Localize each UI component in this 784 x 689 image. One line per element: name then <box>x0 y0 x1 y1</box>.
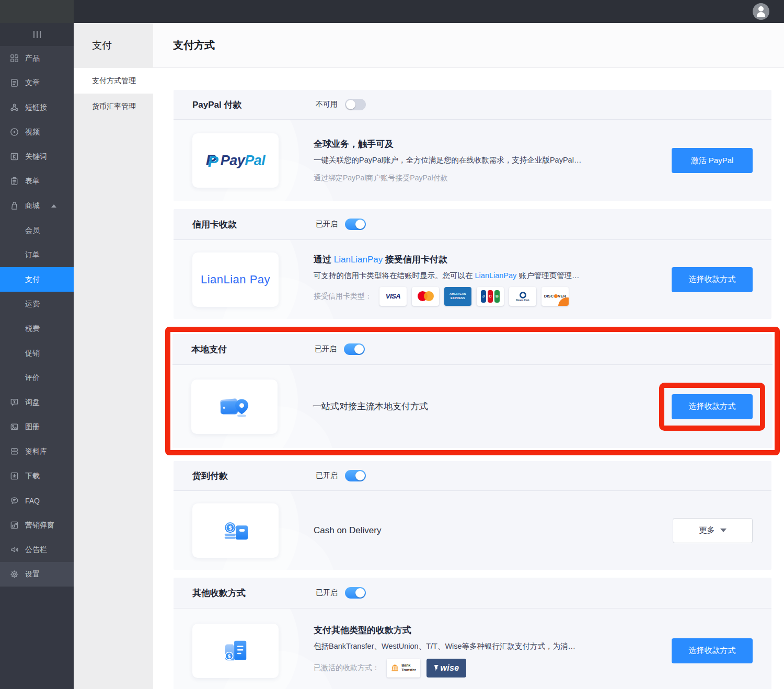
sidebar-item-articles[interactable]: 文章 <box>0 71 74 95</box>
faq-bubble-icon <box>9 496 19 506</box>
subnav-currency-rates[interactable]: 货币汇率管理 <box>74 94 153 119</box>
logo-area <box>0 0 74 23</box>
sidebar-item-albums[interactable]: 图册 <box>0 415 74 439</box>
page-title: 支付方式 <box>173 38 215 52</box>
sidebar-item-reviews[interactable]: 评价 <box>0 365 74 390</box>
primary-sidebar: 产品 文章 短链接 视频 关键词 表单 <box>0 23 74 689</box>
image-icon <box>9 422 19 432</box>
section-cod: 货到付款 已开启 <box>174 461 771 570</box>
svg-text:$: $ <box>227 653 231 659</box>
svg-text:$: $ <box>228 524 232 531</box>
download-icon <box>9 471 19 481</box>
user-avatar-icon <box>758 6 764 12</box>
lianlianpay-logo-card: LianLian Pay <box>192 252 279 307</box>
more-button[interactable]: 更多 <box>673 518 753 543</box>
section-paypal: PayPal 付款 不可用 PP PayPal 全球业务，触手可及 <box>174 90 771 201</box>
section-title: 本地支付 <box>191 343 315 355</box>
secondary-sidebar: 支付 支付方式管理 货币汇率管理 <box>74 23 153 689</box>
status-label: 已开启 <box>316 220 338 229</box>
section-other-methods: 其他收款方式 已开启 <box>174 578 771 689</box>
section-local-payment: 本地支付 已开启 <box>172 334 773 448</box>
app-window: 产品 文章 短链接 视频 关键词 表单 <box>0 0 784 689</box>
local-payment-title: 一站式对接主流本地支付方式 <box>313 400 659 412</box>
sidebar-item-downloads[interactable]: 下载 <box>0 464 74 488</box>
subnav-payment-methods[interactable]: 支付方式管理 <box>74 68 153 94</box>
accept-types-label: 接受信用卡类型： <box>314 292 372 301</box>
paypal-card-desc: 一键关联您的PayPal账户，全方位满足您的在线收款需求，支持企业版PayPal… <box>314 155 672 165</box>
choose-credit-method-button[interactable]: 选择收款方式 <box>672 267 753 292</box>
section-title: 信用卡收款 <box>192 219 316 231</box>
section-credit-card: 信用卡收款 已开启 LianLian Pay 通过 LianLianPay 接受… <box>174 209 771 319</box>
chevron-up-icon <box>51 204 56 208</box>
section-title: 其他收款方式 <box>192 587 316 599</box>
section-title: PayPal 付款 <box>192 99 316 111</box>
wallet-document-icon: $ <box>221 637 250 665</box>
amex-icon: AMERICAN EXPRESS <box>444 287 471 306</box>
lianlianpay-link[interactable]: LianLianPay <box>475 271 517 280</box>
status-label: 已开启 <box>316 588 338 598</box>
sidebar-item-faq[interactable]: FAQ <box>0 488 74 513</box>
credit-card-desc: 可支持的信用卡类型将在结账时显示。您可以在 LianLianPay 账户管理页管… <box>314 271 672 281</box>
sidebar-item-inquiries[interactable]: 询盘 <box>0 390 74 415</box>
sidebar-item-orders[interactable]: 订单 <box>0 243 74 267</box>
shopping-bag-icon <box>9 201 19 211</box>
sidebar-item-products[interactable]: 产品 <box>0 46 74 71</box>
secondary-sidebar-title: 支付 <box>74 23 153 68</box>
sidebar-item-shipping[interactable]: 运费 <box>0 292 74 316</box>
annotation-rect-outer: 本地支付 已开启 <box>165 327 780 455</box>
gear-icon <box>9 569 19 579</box>
user-avatar[interactable] <box>753 3 769 20</box>
lianlianpay-logo: LianLian Pay <box>201 273 270 286</box>
popup-expand-icon <box>9 520 19 530</box>
sidebar-item-marketing-popup[interactable]: 营销弹窗 <box>0 513 74 537</box>
sidebar-item-keywords[interactable]: 关键词 <box>0 144 74 169</box>
visa-icon: VISA <box>379 287 407 306</box>
article-icon <box>9 78 19 88</box>
sidebar-item-settings[interactable]: 设置 <box>0 562 74 587</box>
paypal-logo: PP PayPal <box>206 152 266 169</box>
local-payment-icon-card <box>191 380 278 434</box>
choose-local-method-button[interactable]: 选择收款方式 <box>672 394 753 419</box>
paypal-toggle[interactable] <box>345 99 366 110</box>
annotation-rect-inner: 选择收款方式 <box>659 383 765 431</box>
activated-methods-label: 已激活的收款方式： <box>314 663 379 673</box>
mastercard-icon <box>412 287 439 306</box>
local-payment-toggle[interactable] <box>344 343 365 355</box>
cod-toggle[interactable] <box>345 470 366 481</box>
wise-badge: wise <box>426 659 466 677</box>
cod-title: Cash on Delivery <box>314 525 673 536</box>
megaphone-icon <box>9 545 19 555</box>
other-methods-desc: 包括BankTransfer、WestUnion、T/T、Wise等多种银行汇款… <box>314 641 672 651</box>
paypal-card-note: 通过绑定PayPal商户账号接受PayPal付款 <box>314 174 672 183</box>
sidebar-collapse-handle[interactable] <box>0 23 74 46</box>
sidebar-item-members[interactable]: 会员 <box>0 218 74 243</box>
diners-club-icon: Diners Club <box>509 287 536 306</box>
inquiry-bubble-icon <box>9 397 19 407</box>
sidebar-item-forms[interactable]: 表单 <box>0 169 74 193</box>
clipboard-icon <box>9 176 19 186</box>
sidebar-item-tax[interactable]: 税费 <box>0 316 74 341</box>
main-area: 支付方式 PayPal 付款 不可用 PP PayPal <box>153 23 784 689</box>
keyword-icon <box>9 152 19 162</box>
wallet-location-icon <box>218 392 251 421</box>
collapse-handle-icon <box>33 31 34 38</box>
sidebar-item-payment[interactable]: 支付 <box>0 267 74 292</box>
credit-card-toggle[interactable] <box>345 219 366 230</box>
other-methods-toggle[interactable] <box>345 587 366 599</box>
sidebar-item-videos[interactable]: 视频 <box>0 120 74 144</box>
discover-icon: DISCVER <box>541 287 569 306</box>
sidebar-item-announcements[interactable]: 公告栏 <box>0 537 74 562</box>
sidebar-item-short-links[interactable]: 短链接 <box>0 95 74 120</box>
sidebar-item-mall[interactable]: 商城 <box>0 193 74 218</box>
choose-other-method-button[interactable]: 选择收款方式 <box>672 638 753 663</box>
sidebar-item-library[interactable]: 资料库 <box>0 439 74 464</box>
cod-icon-card: $ <box>192 503 279 558</box>
other-methods-icon-card: $ <box>192 624 279 678</box>
sidebar-item-promotions[interactable]: 促销 <box>0 341 74 365</box>
section-title: 货到付款 <box>192 470 316 482</box>
activate-paypal-button[interactable]: 激活 PayPal <box>672 148 753 173</box>
status-label: 不可用 <box>316 100 338 109</box>
archive-icon <box>9 446 19 456</box>
lianlianpay-link[interactable]: LianLianPay <box>334 255 383 265</box>
other-methods-title: 支付其他类型的收款方式 <box>314 624 672 636</box>
